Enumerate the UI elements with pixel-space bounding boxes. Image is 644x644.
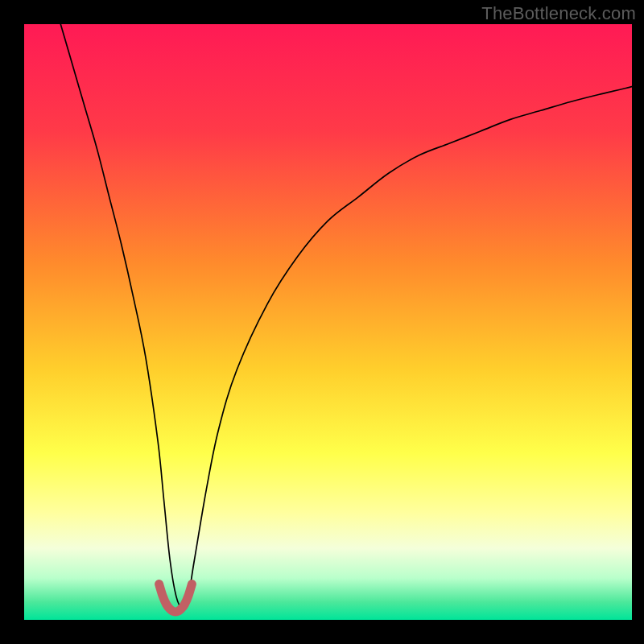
gradient-background xyxy=(24,24,632,620)
chart-svg xyxy=(24,24,632,620)
plot-area xyxy=(24,24,632,620)
chart-frame: TheBottleneck.com xyxy=(0,0,644,644)
watermark-text: TheBottleneck.com xyxy=(481,3,636,24)
